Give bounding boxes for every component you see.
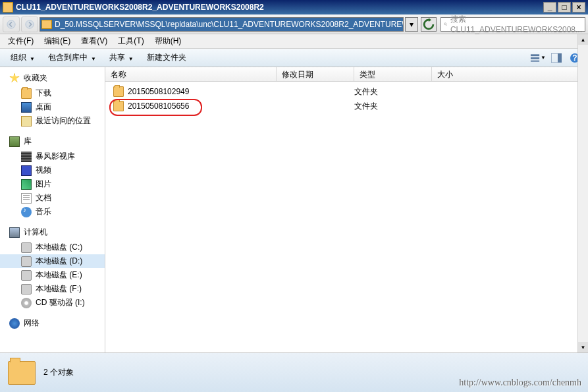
share-button[interactable]: 共享 xyxy=(104,50,139,65)
sidebar-item-pictures[interactable]: 图片 xyxy=(0,177,105,191)
main-area: 收藏夹 下载 桌面 最近访问的位置 库 暴风影视库 视频 图片 文档 音乐 计算… xyxy=(0,67,588,352)
folder-icon xyxy=(41,20,52,29)
menu-help[interactable]: 帮助(H) xyxy=(149,34,187,48)
star-icon xyxy=(9,73,20,84)
vertical-scrollbar[interactable]: ▲ ▼ xyxy=(577,34,588,352)
computer-header[interactable]: 计算机 xyxy=(0,225,105,240)
address-path: D_50.MSSQLSERVER\MSSQL\repldata\unc\CLU1… xyxy=(55,20,404,29)
svg-rect-8 xyxy=(558,53,562,63)
minimize-button[interactable]: _ xyxy=(543,2,556,13)
menu-edit[interactable]: 编辑(E) xyxy=(39,34,76,48)
libraries-header[interactable]: 库 xyxy=(0,134,105,150)
column-type[interactable]: 类型 xyxy=(354,67,432,81)
favorites-header[interactable]: 收藏夹 xyxy=(0,71,105,86)
network-header[interactable]: 网络 xyxy=(0,316,105,331)
address-bar[interactable]: D_50.MSSQLSERVER\MSSQL\repldata\unc\CLU1… xyxy=(40,17,404,32)
svg-rect-5 xyxy=(531,57,539,59)
menu-bar: 文件(F) 编辑(E) 查看(V) 工具(T) 帮助(H) xyxy=(0,34,588,49)
sidebar-item-disk-e[interactable]: 本地磁盘 (E:) xyxy=(0,268,105,282)
file-list: 名称 修改日期 类型 大小 20150508102949 文件夹 2015050… xyxy=(105,67,588,352)
forward-button[interactable] xyxy=(21,16,38,32)
network-icon xyxy=(9,318,20,329)
column-size[interactable]: 大小 xyxy=(432,67,588,81)
file-name: 20150508105656 xyxy=(128,101,189,111)
svg-point-1 xyxy=(26,20,34,28)
sidebar-item-music[interactable]: 音乐 xyxy=(0,205,105,219)
preview-pane-button[interactable] xyxy=(548,51,564,65)
file-row[interactable]: 20150508105656 文件夹 xyxy=(105,99,588,113)
svg-point-0 xyxy=(7,20,15,28)
sidebar-item-disk-f[interactable]: 本地磁盘 (F:) xyxy=(0,282,105,296)
folder-icon xyxy=(113,86,124,97)
file-type: 文件夹 xyxy=(354,101,432,112)
column-headers: 名称 修改日期 类型 大小 xyxy=(105,67,588,82)
scroll-up-button[interactable]: ▲ xyxy=(578,34,588,45)
cd-icon xyxy=(21,298,32,308)
menu-tools[interactable]: 工具(T) xyxy=(113,34,149,48)
sidebar-item-disk-d[interactable]: 本地磁盘 (D:) xyxy=(0,254,105,268)
window-titlebar: CLU11_ADVENTUREWORKS2008R2_ADVENTUREWORK… xyxy=(0,0,588,14)
watermark: http://www.cnblogs.com/chenmh xyxy=(459,378,581,388)
navigation-toolbar: D_50.MSSQLSERVER\MSSQL\repldata\unc\CLU1… xyxy=(0,14,588,34)
view-options-button[interactable]: ▼ xyxy=(530,51,546,65)
search-input[interactable]: 搜索 CLU11_ADVENTUREWORKS2008... xyxy=(441,17,585,32)
sidebar-item-cd-drive[interactable]: CD 驱动器 (I:) xyxy=(0,296,105,310)
music-icon xyxy=(21,207,32,217)
sidebar-item-recent[interactable]: 最近访问的位置 xyxy=(0,114,105,128)
status-bar: 2 个对象 http://www.cnblogs.com/chenmh xyxy=(0,352,588,392)
navigation-pane: 收藏夹 下载 桌面 最近访问的位置 库 暴风影视库 视频 图片 文档 音乐 计算… xyxy=(0,67,105,352)
video-icon xyxy=(21,165,32,176)
folder-icon xyxy=(21,88,32,99)
column-date[interactable]: 修改日期 xyxy=(277,67,354,81)
new-folder-button[interactable]: 新建文件夹 xyxy=(142,50,192,65)
folder-icon xyxy=(113,101,124,111)
menu-view[interactable]: 查看(V) xyxy=(76,34,113,48)
disk-icon xyxy=(21,256,32,267)
file-name: 20150508102949 xyxy=(128,87,189,96)
sidebar-item-stormvideo[interactable]: 暴风影视库 xyxy=(0,150,105,163)
scroll-down-button[interactable]: ▼ xyxy=(578,342,588,352)
desktop-icon xyxy=(21,102,32,113)
sidebar-item-documents[interactable]: 文档 xyxy=(0,191,105,205)
sidebar-item-desktop[interactable]: 桌面 xyxy=(0,100,105,114)
documents-icon xyxy=(21,193,32,204)
maximize-button[interactable]: □ xyxy=(558,2,571,13)
svg-line-3 xyxy=(446,24,446,25)
refresh-button[interactable] xyxy=(421,17,437,32)
disk-icon xyxy=(21,270,32,281)
computer-icon xyxy=(9,227,20,238)
close-button[interactable]: × xyxy=(572,2,585,13)
window-title: CLU11_ADVENTUREWORKS2008R2_ADVENTUREWORK… xyxy=(16,3,543,12)
address-dropdown-button[interactable]: ▾ xyxy=(405,17,418,32)
include-in-library-button[interactable]: 包含到库中 xyxy=(43,50,101,65)
svg-rect-6 xyxy=(531,60,539,61)
sidebar-item-videos[interactable]: 视频 xyxy=(0,163,105,177)
folder-icon xyxy=(8,361,36,385)
folder-icon xyxy=(3,2,13,13)
svg-text:?: ? xyxy=(572,53,577,63)
recent-icon xyxy=(21,116,32,126)
disk-icon xyxy=(21,284,32,294)
file-row[interactable]: 20150508102949 文件夹 xyxy=(105,84,588,99)
svg-point-2 xyxy=(444,22,446,24)
file-type: 文件夹 xyxy=(354,86,432,98)
sidebar-item-disk-c[interactable]: 本地磁盘 (C:) xyxy=(0,240,105,254)
organize-button[interactable]: 组织 xyxy=(5,50,40,65)
column-name[interactable]: 名称 xyxy=(105,67,277,81)
video-lib-icon xyxy=(21,152,32,162)
svg-rect-4 xyxy=(531,54,539,56)
pictures-icon xyxy=(21,179,32,190)
search-icon xyxy=(444,20,448,29)
status-text: 2 个对象 xyxy=(43,367,74,378)
library-icon xyxy=(9,136,20,147)
search-placeholder: 搜索 CLU11_ADVENTUREWORKS2008... xyxy=(450,14,582,34)
sidebar-item-downloads[interactable]: 下载 xyxy=(0,86,105,100)
command-bar: 组织 包含到库中 共享 新建文件夹 ▼ ? xyxy=(0,49,588,67)
disk-icon xyxy=(21,242,32,253)
back-button[interactable] xyxy=(3,16,20,32)
menu-file[interactable]: 文件(F) xyxy=(3,34,39,48)
